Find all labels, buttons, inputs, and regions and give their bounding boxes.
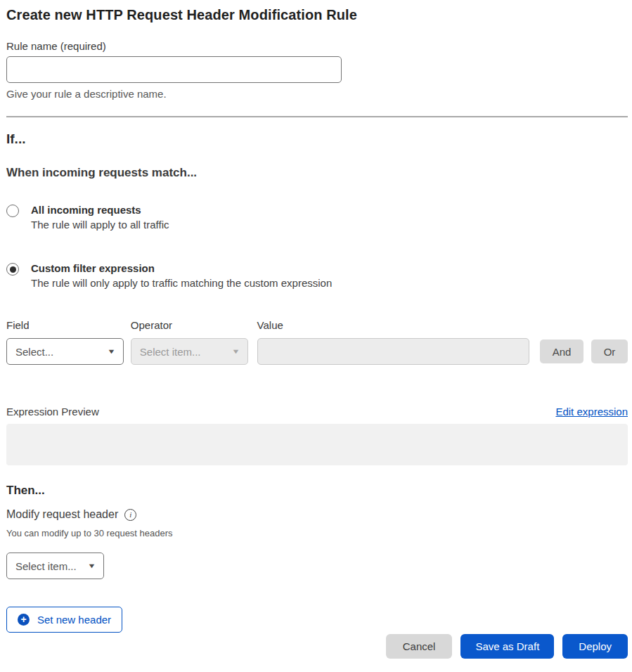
footer-actions: Cancel Save as Draft Deploy <box>6 634 628 659</box>
if-section-heading: If... <box>6 131 628 148</box>
rule-name-label: Rule name (required) <box>6 39 628 53</box>
operator-select: Select item... ▼ <box>131 338 248 365</box>
plus-icon: + <box>18 614 30 626</box>
set-new-header-label: Set new header <box>37 614 111 626</box>
set-new-header-button[interactable]: + Set new header <box>6 607 122 633</box>
header-action-select[interactable]: Select item... ▼ <box>6 553 104 579</box>
operator-label: Operator <box>131 318 248 332</box>
modify-header-row: Modify request header i <box>6 508 628 522</box>
field-select-value: Select... <box>15 346 53 358</box>
create-rule-form: Create new HTTP Request Header Modificat… <box>0 0 632 659</box>
chevron-down-icon: ▼ <box>107 348 115 355</box>
cancel-button[interactable]: Cancel <box>386 634 453 659</box>
modify-header-help: You can modify up to 30 request headers <box>6 528 628 538</box>
radio-custom-expression-description: The rule will only apply to traffic matc… <box>31 276 332 291</box>
modify-request-header-label: Modify request header <box>6 508 118 522</box>
page-title: Create new HTTP Request Header Modificat… <box>6 6 628 24</box>
section-divider <box>6 116 628 117</box>
radio-all-requests-label[interactable]: All incoming requests <box>31 203 169 217</box>
rule-name-help: Give your rule a descriptive name. <box>6 87 628 101</box>
value-input <box>257 338 530 365</box>
expression-builder-row: Field Select... ▼ Operator Select item..… <box>6 318 628 365</box>
and-button[interactable]: And <box>540 340 583 363</box>
info-icon[interactable]: i <box>124 509 136 521</box>
chevron-down-icon: ▼ <box>231 348 240 355</box>
operator-select-value: Select item... <box>140 346 201 358</box>
header-action-select-value: Select item... <box>15 560 77 572</box>
radio-option-all-requests[interactable]: All incoming requests The rule will appl… <box>6 203 628 233</box>
radio-custom-expression-label[interactable]: Custom filter expression <box>31 261 332 276</box>
radio-all-requests[interactable] <box>6 205 19 217</box>
chevron-down-icon: ▼ <box>87 562 96 569</box>
rule-name-input[interactable] <box>6 56 342 83</box>
field-label: Field <box>6 318 124 332</box>
value-label: Value <box>257 318 530 332</box>
field-select[interactable]: Select... ▼ <box>6 338 124 365</box>
expression-preview-label: Expression Preview <box>6 405 99 419</box>
or-button[interactable]: Or <box>591 340 628 363</box>
expression-preview-header: Expression Preview Edit expression <box>6 405 628 419</box>
save-as-draft-button[interactable]: Save as Draft <box>460 634 554 659</box>
deploy-button[interactable]: Deploy <box>562 634 628 659</box>
expression-preview-box <box>6 424 628 465</box>
radio-option-custom-expression[interactable]: Custom filter expression The rule will o… <box>6 261 628 291</box>
radio-custom-expression[interactable] <box>6 263 19 276</box>
radio-all-requests-description: The rule will apply to all traffic <box>31 217 169 233</box>
then-section-heading: Then... <box>6 483 628 498</box>
edit-expression-link[interactable]: Edit expression <box>555 406 628 418</box>
match-subheading: When incoming requests match... <box>6 166 628 180</box>
